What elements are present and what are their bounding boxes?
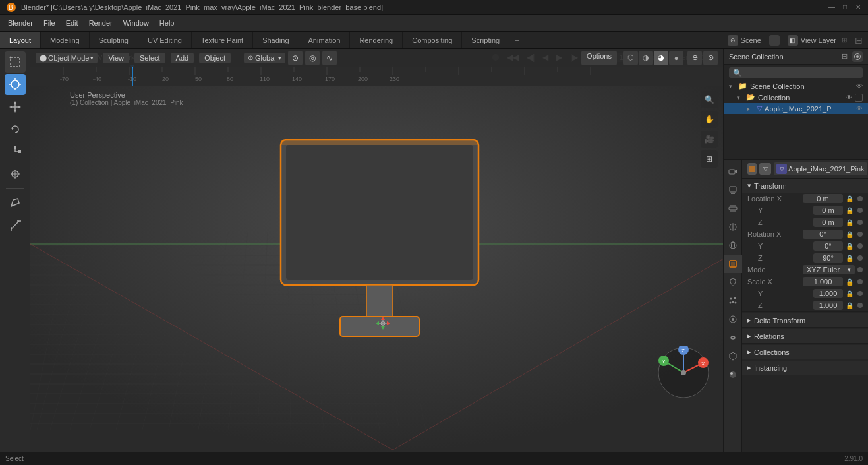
tab-sculpting[interactable]: Sculpting — [90, 32, 138, 48]
add-menu-button[interactable]: Add — [171, 53, 194, 63]
rotation-x-value[interactable]: 0° — [803, 230, 843, 239]
wireframe-shading-button[interactable]: ⬡ — [623, 51, 638, 65]
object-name-field[interactable]: ▽ Apple_iMac_2021_Pink — [774, 162, 867, 175]
scale-x-keyframe-dot[interactable] — [857, 279, 863, 284]
transform-tool-button[interactable] — [5, 164, 26, 185]
rotation-x-keyframe-dot[interactable] — [857, 232, 863, 237]
relations-header[interactable]: ▸ Relations — [742, 329, 868, 343]
collections-header[interactable]: ▸ Collections — [742, 345, 868, 359]
gizmo-toggle-button[interactable]: ⊙ — [703, 51, 718, 65]
object-properties-tab[interactable] — [724, 255, 742, 273]
pan-button[interactable]: ✋ — [701, 111, 718, 128]
snap-toggle-button[interactable]: ⊙ — [288, 51, 303, 65]
scale-y-keyframe-dot[interactable] — [857, 291, 863, 296]
scale-z-keyframe-dot[interactable] — [857, 303, 863, 308]
navigation-gizmo[interactable]: X Y Z — [657, 346, 710, 399]
tab-rendering[interactable]: Rendering — [350, 32, 403, 48]
collection-eye-icon[interactable]: 👁 — [846, 94, 852, 101]
world-properties-tab[interactable] — [724, 236, 742, 255]
select-menu-button[interactable]: Select — [134, 53, 165, 63]
outliner-settings-icon[interactable] — [852, 51, 863, 62]
maximize-button[interactable]: □ — [840, 3, 850, 12]
constraints-properties-tab[interactable] — [724, 328, 742, 347]
tab-compositing[interactable]: Compositing — [403, 32, 462, 48]
scale-z-value[interactable]: 1.000 — [813, 301, 843, 310]
rotation-y-lock-icon[interactable]: 🔒 — [846, 243, 855, 250]
rotate-tool-button[interactable] — [5, 119, 26, 140]
location-z-lock-icon[interactable]: 🔒 — [846, 219, 855, 226]
viewport-area[interactable]: ⬤ Object Mode ▾ View Select Add Object ⊙ — [30, 49, 723, 452]
location-z-value[interactable]: 0 m — [813, 218, 843, 227]
scale-z-lock-icon[interactable]: 🔒 — [846, 302, 855, 309]
proportional-edit-button[interactable]: ◎ — [305, 51, 320, 65]
output-properties-tab[interactable] — [724, 181, 742, 199]
scale-x-lock-icon[interactable]: 🔒 — [846, 278, 855, 286]
view-menu-button[interactable]: View — [103, 53, 129, 63]
menu-file[interactable]: File — [38, 18, 61, 28]
object-menu-button[interactable]: Object — [199, 53, 231, 63]
solid-shading-button[interactable]: ◑ — [639, 51, 653, 65]
physics-properties-tab[interactable] — [724, 310, 742, 328]
tab-layout[interactable]: Layout — [0, 32, 41, 48]
falloff-type-button[interactable]: ∿ — [322, 51, 337, 65]
minimize-button[interactable]: — — [827, 3, 836, 12]
rendered-shading-button[interactable]: ● — [669, 51, 683, 65]
scene-collection-eye-icon[interactable]: 👁 — [856, 82, 863, 90]
tab-shading[interactable]: Shading — [253, 32, 299, 48]
imac-object-item[interactable]: ▸ ▽ Apple_iMac_2021_P 👁 — [724, 103, 868, 114]
cursor-tool-button[interactable] — [5, 74, 26, 95]
collection-checkbox[interactable] — [855, 94, 863, 102]
menu-window[interactable]: Window — [118, 18, 154, 28]
location-z-keyframe-dot[interactable] — [857, 220, 863, 225]
select-box-tool-button[interactable] — [5, 51, 26, 73]
particles-properties-tab[interactable] — [724, 292, 742, 310]
rotation-mode-keyframe-dot[interactable] — [857, 267, 863, 272]
close-button[interactable]: ✕ — [854, 3, 863, 12]
rotation-y-keyframe-dot[interactable] — [857, 243, 863, 249]
orthographic-view-button[interactable]: ⊞ — [701, 150, 718, 168]
tab-texture-paint[interactable]: Texture Paint — [192, 32, 253, 48]
scale-tool-button[interactable] — [5, 141, 26, 162]
rotation-z-lock-icon[interactable]: 🔒 — [846, 255, 855, 262]
scene-properties-tab[interactable] — [724, 218, 742, 236]
location-y-lock-icon[interactable]: 🔒 — [846, 207, 855, 214]
measure-tool-button[interactable] — [5, 214, 26, 235]
object-icon-btn[interactable]: ▽ — [759, 163, 771, 175]
location-x-value[interactable]: 0 m — [803, 194, 843, 203]
location-x-lock-icon[interactable]: 🔒 — [846, 195, 855, 202]
scale-y-value[interactable]: 1.000 — [813, 289, 843, 298]
rotation-x-lock-icon[interactable]: 🔒 — [846, 231, 855, 238]
tab-modeling[interactable]: Modeling — [41, 32, 90, 48]
data-properties-tab[interactable] — [724, 347, 742, 365]
rotation-z-keyframe-dot[interactable] — [857, 255, 863, 261]
outliner-search-input[interactable] — [729, 67, 863, 78]
instancing-header[interactable]: ▸ Instancing — [742, 361, 868, 375]
menu-edit[interactable]: Edit — [61, 18, 84, 28]
outliner-filter-icon[interactable]: ⊟ — [839, 51, 850, 62]
menu-render[interactable]: Render — [84, 18, 118, 28]
add-workspace-button[interactable]: + — [509, 32, 524, 48]
rotation-z-value[interactable]: 90° — [813, 253, 843, 263]
overlay-toggle-button[interactable]: ⊕ — [687, 51, 702, 65]
delta-transform-header[interactable]: ▸ Delta Transform — [742, 313, 868, 327]
material-properties-tab[interactable] — [724, 365, 742, 384]
transform-section-header[interactable]: ▾ Transform — [742, 179, 868, 193]
timeline-body[interactable]: -70 -40 -10 20 50 80 110 140 170 200 — [30, 65, 723, 86]
viewport-canvas[interactable]: User Perspective (1) Collection | Apple_… — [30, 67, 723, 452]
material-shading-button[interactable]: ◕ — [654, 51, 668, 65]
menu-help[interactable]: Help — [154, 18, 180, 28]
imac-eye-icon[interactable]: 👁 — [856, 105, 863, 112]
options-button[interactable]: Options — [581, 51, 617, 65]
location-y-keyframe-dot[interactable] — [857, 208, 863, 213]
zoom-in-button[interactable]: 🔍 — [701, 91, 718, 108]
move-tool-button[interactable] — [5, 96, 26, 117]
annotate-tool-button[interactable] — [5, 192, 26, 213]
location-x-keyframe-dot[interactable] — [857, 196, 863, 201]
tab-animation[interactable]: Animation — [299, 32, 351, 48]
camera-view-button[interactable]: 🎥 — [701, 131, 718, 148]
scene-collection-item[interactable]: ▾ 📁 Scene Collection 👁 — [724, 80, 868, 92]
render-properties-tab[interactable] — [724, 162, 742, 181]
global-transform-button[interactable]: ⊙ Global ▾ — [244, 53, 285, 63]
menu-blender[interactable]: Blender — [3, 18, 38, 28]
rotation-y-value[interactable]: 0° — [813, 241, 843, 251]
